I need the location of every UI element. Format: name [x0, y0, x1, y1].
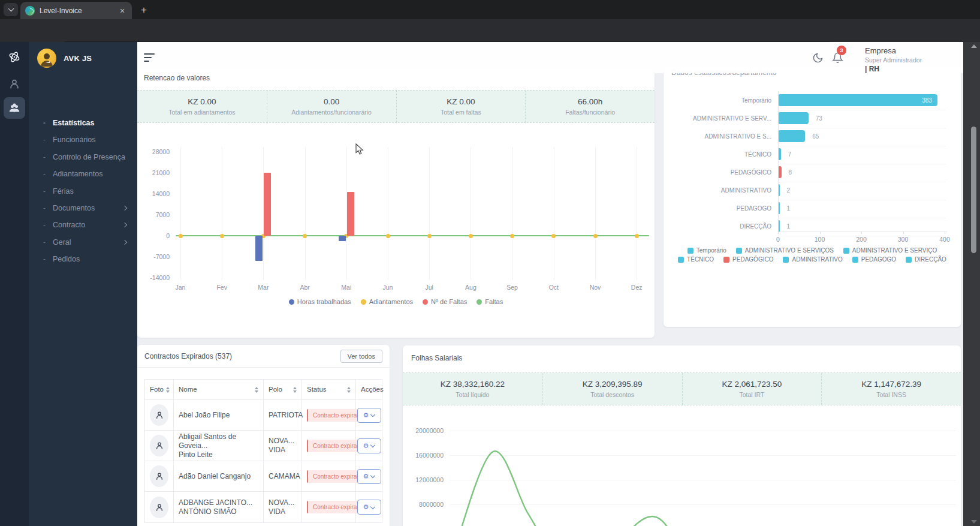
bar-n-de-faltas-mai: [347, 192, 354, 236]
series-line-faltas: [176, 235, 649, 236]
page-scrollbar[interactable]: [963, 42, 980, 526]
browser-tab[interactable]: Level-Invoice ×: [20, 2, 132, 19]
legend-item-direccao: DIRECÇÃO: [906, 256, 946, 263]
y-tick-label: 21000: [143, 169, 170, 176]
column-header-accoes[interactable]: Acções: [356, 380, 382, 399]
row-actions-button[interactable]: ⚙: [357, 438, 381, 453]
column-header-status[interactable]: Status: [302, 380, 356, 399]
app-logo-icon[interactable]: [7, 49, 22, 65]
scroll-down-icon[interactable]: [971, 520, 977, 524]
x-tick-label: Nov: [583, 284, 607, 291]
stat-value: KZ 0.00: [188, 97, 216, 106]
sort-icon[interactable]: [347, 387, 351, 393]
row-avatar: [150, 497, 168, 518]
tab-close-icon[interactable]: ×: [117, 6, 127, 16]
sort-icon[interactable]: [166, 387, 170, 393]
hamburger-menu-icon[interactable]: [144, 53, 155, 64]
row-separator: [778, 146, 946, 146]
series-point-adiantamentos: [220, 234, 224, 238]
legend-item-tecnico: TÉCNICO: [678, 256, 714, 263]
sort-icon[interactable]: [255, 387, 258, 393]
stat-cell-total-em-faltas: KZ 0.00Total em faltas: [396, 91, 526, 122]
y-tick-label: 8000000: [408, 501, 444, 508]
panel-title: Folhas Salariais: [411, 354, 462, 362]
panel-dados-estatisticos: Dados estatísticos/departamento Temporár…: [664, 67, 961, 327]
column-header-polo[interactable]: Polo: [264, 380, 302, 399]
series-point-adiantamentos: [469, 234, 473, 238]
sidebar-item-contracto[interactable]: -Contracto: [29, 217, 137, 233]
stat-cell-total-em-adiantamentos: KZ 0.00Total em adiantamentos: [137, 91, 267, 122]
retencao-legend: Horas trabalhadasAdiantamentosNº de Falt…: [137, 298, 655, 305]
sidebar-brand[interactable]: AVK JS: [37, 49, 92, 68]
legend-dot: [361, 299, 366, 305]
dept-bar-administrativo-e-serv: [778, 112, 809, 124]
sidebar-item-ferias[interactable]: -Férias: [29, 183, 137, 200]
sidebar-item-geral[interactable]: -Geral: [29, 234, 137, 251]
site-favicon-icon: [25, 6, 35, 16]
y-tick-label: 16000000: [408, 452, 444, 459]
dept-value: 1: [787, 205, 791, 212]
grid-line: [388, 147, 388, 280]
dark-mode-moon-icon[interactable]: [812, 52, 824, 64]
scrollbar-thumb[interactable]: [971, 127, 976, 253]
sidebar-item-label: Estatísticas: [53, 119, 94, 127]
actions-cell: ⚙: [356, 492, 382, 522]
gear-icon: ⚙: [363, 504, 369, 510]
legend-label: Faltas: [485, 298, 503, 305]
profile-block[interactable]: Empresa Super Administrador | RH: [865, 46, 922, 73]
app-header: 3 Empresa Super Administrador | RH: [137, 42, 963, 73]
scroll-up-icon[interactable]: [971, 44, 977, 48]
row-actions-button[interactable]: ⚙: [357, 500, 381, 515]
stat-label: Total líquido: [456, 391, 489, 398]
user-unit: | RH: [865, 65, 922, 73]
x-tick-label: Mai: [334, 284, 358, 291]
column-header-nome[interactable]: Nome: [174, 380, 264, 399]
dept-label-tecnico: TÉCNICO: [670, 151, 771, 158]
stat-label: Total INSS: [876, 391, 906, 398]
y-tick-label: -7000: [143, 253, 170, 260]
gear-icon: ⚙: [363, 443, 369, 449]
tab-search-button[interactable]: [4, 3, 18, 16]
stat-value: KZ 0.00: [447, 97, 475, 106]
table-row: ADBANGE JACINTO... ANTÓNIO SIMÃONOVA... …: [145, 492, 382, 522]
dept-bar-temporario: [778, 94, 937, 106]
sidebar-item-pedidos[interactable]: -Pedidos: [29, 251, 137, 267]
stat-cell-total-irt: KZ 2,061,723.50Total IRT: [682, 373, 822, 405]
series-point-adiantamentos: [510, 234, 514, 238]
dept-value: 7: [788, 151, 792, 158]
stat-value: KZ 1,147,672.39: [861, 380, 921, 389]
axis-tick: [778, 232, 779, 234]
x-tick-label: 100: [811, 236, 829, 243]
sidebar-item-funcionarios[interactable]: -Funcionários: [29, 131, 137, 148]
company-name: Empresa: [865, 46, 922, 55]
ver-todos-button[interactable]: Ver todos: [340, 350, 382, 363]
actions-cell: ⚙: [356, 400, 382, 430]
notification-badge: 3: [837, 46, 846, 55]
series-point-adiantamentos: [303, 234, 307, 238]
column-header-foto[interactable]: Foto: [145, 380, 174, 399]
dash-icon: -: [43, 136, 49, 144]
column-header-label: Foto: [150, 385, 164, 394]
table-header-row: FotoNomePoloStatusAcções: [145, 380, 382, 400]
row-separator: [778, 128, 946, 128]
new-tab-button[interactable]: +: [138, 4, 150, 16]
sidebar-item-estatisticas[interactable]: -Estatísticas: [29, 115, 137, 131]
row-actions-button[interactable]: ⚙: [357, 469, 381, 484]
legend-square: [843, 248, 849, 254]
legend-item-administrativo: ADMINISTRATIVO: [783, 256, 842, 263]
sidebar-item-documentos[interactable]: -Documentos: [29, 200, 137, 217]
user-icon[interactable]: [8, 78, 20, 90]
series-point-adiantamentos: [386, 234, 390, 238]
sort-icon[interactable]: [293, 387, 297, 393]
series-point-adiantamentos: [551, 234, 556, 238]
row-actions-button[interactable]: ⚙: [357, 408, 381, 423]
employees-group-icon[interactable]: [4, 97, 25, 119]
name-cell: Abel João Filipe: [174, 400, 264, 430]
sidebar-item-controlo-de-presenca[interactable]: -Controlo de Presença: [29, 149, 137, 166]
x-tick-label: 400: [936, 236, 954, 243]
chevron-down-icon: [370, 443, 375, 447]
stat-cell-total-descontos: KZ 3,209,395.89Total descontos: [542, 373, 682, 405]
column-header-label: Acções: [361, 385, 384, 394]
sidebar-item-adiantamentos[interactable]: -Adiantamentos: [29, 166, 137, 182]
stat-label: Adiantamentos/funcionarário: [291, 109, 372, 116]
